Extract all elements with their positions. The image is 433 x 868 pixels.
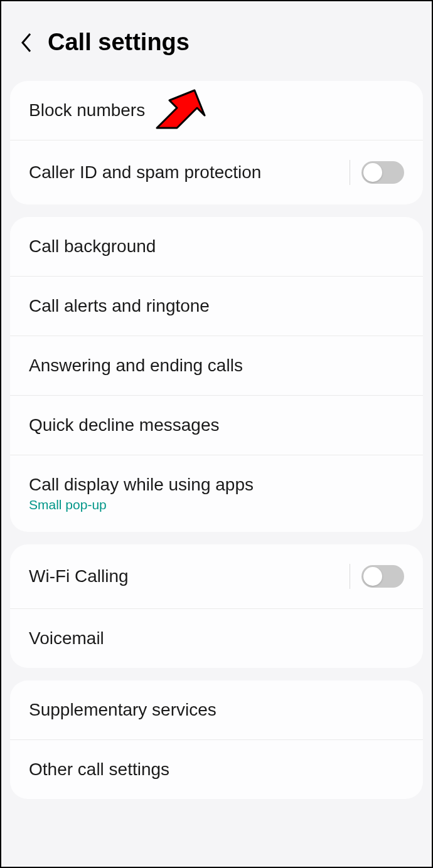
section-call-options: Call background Call alerts and ringtone…	[10, 217, 423, 532]
row-block-numbers[interactable]: Block numbers	[10, 81, 423, 140]
row-call-alerts[interactable]: Call alerts and ringtone	[10, 277, 423, 336]
row-label: Answering and ending calls	[29, 356, 243, 376]
row-answering-ending[interactable]: Answering and ending calls	[10, 336, 423, 395]
row-quick-decline[interactable]: Quick decline messages	[10, 396, 423, 455]
toggle-wrapper	[350, 564, 404, 589]
row-label: Call display while using apps	[29, 475, 254, 495]
row-label: Voicemail	[29, 628, 104, 648]
section-other: Supplementary services Other call settin…	[10, 680, 423, 799]
back-icon[interactable]	[19, 30, 34, 55]
section-wifi-voicemail: Wi-Fi Calling Voicemail	[10, 544, 423, 668]
row-supplementary[interactable]: Supplementary services	[10, 680, 423, 739]
row-label: Other call settings	[29, 760, 169, 780]
row-label: Wi-Fi Calling	[29, 566, 129, 586]
page-title: Call settings	[48, 29, 190, 56]
row-label: Call alerts and ringtone	[29, 296, 210, 316]
row-other-call-settings[interactable]: Other call settings	[10, 740, 423, 799]
toggle-divider	[350, 160, 350, 185]
row-wifi-calling[interactable]: Wi-Fi Calling	[10, 544, 423, 608]
toggle-knob	[363, 567, 382, 586]
row-label: Caller ID and spam protection	[29, 162, 261, 183]
row-label: Call background	[29, 236, 156, 257]
row-call-display[interactable]: Call display while using apps Small pop-…	[10, 455, 423, 532]
row-label: Supplementary services	[29, 700, 216, 720]
row-call-background[interactable]: Call background	[10, 217, 423, 276]
row-sublabel: Small pop-up	[29, 497, 254, 512]
row-label: Quick decline messages	[29, 415, 219, 435]
toggle-wifi-calling[interactable]	[361, 565, 404, 588]
section-block-and-spam: Block numbers Caller ID and spam protect…	[10, 81, 423, 204]
toggle-knob	[363, 163, 382, 182]
row-caller-id-spam[interactable]: Caller ID and spam protection	[10, 140, 423, 204]
toggle-caller-id[interactable]	[361, 161, 404, 184]
header: Call settings	[1, 1, 432, 68]
row-voicemail[interactable]: Voicemail	[10, 609, 423, 668]
row-label: Block numbers	[29, 100, 145, 120]
toggle-wrapper	[350, 160, 404, 185]
toggle-divider	[350, 564, 350, 589]
